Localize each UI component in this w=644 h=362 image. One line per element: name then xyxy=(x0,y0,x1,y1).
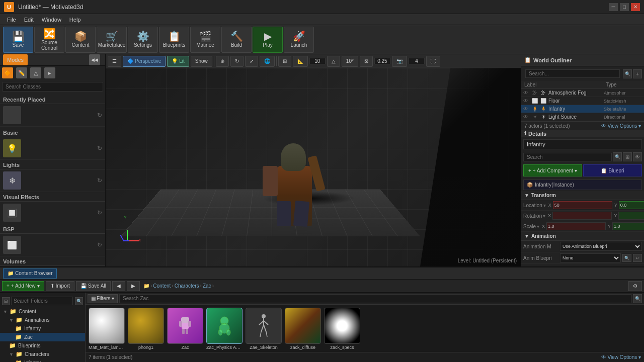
viewport[interactable]: X Y Level: Untitled (Persistent) xyxy=(106,68,521,266)
anim-bp-use-btn[interactable]: ↩ xyxy=(633,254,642,262)
settings-button[interactable]: ⚙️ Settings xyxy=(128,27,158,53)
launch-button[interactable]: 🚀 Launch xyxy=(284,27,314,53)
folder-search-input[interactable] xyxy=(11,297,73,305)
outliner-row-infantry[interactable]: 👁 🧍 🧍 Infantry SkeletalMe xyxy=(521,105,644,113)
folder-search-btn[interactable]: 🔍 xyxy=(75,297,83,305)
search-classes-input[interactable] xyxy=(2,82,103,92)
maximize-viewport-button[interactable]: ⛶ xyxy=(426,56,440,67)
menu-help[interactable]: Help xyxy=(65,16,85,24)
recently-placed-header[interactable]: Recently Placed xyxy=(0,95,105,104)
refresh-icon[interactable]: ↻ xyxy=(97,112,102,119)
folder-chars-infantry[interactable]: 📁 Infantry xyxy=(0,358,85,362)
asset-matt-lambert[interactable]: Matt_Matt_lambert2 xyxy=(89,308,125,350)
lights-header[interactable]: Lights xyxy=(0,160,105,169)
cb-search-input[interactable] xyxy=(119,294,631,303)
cb-settings-button[interactable]: ⚙ xyxy=(628,281,642,291)
rotation-x-input[interactable] xyxy=(552,212,612,220)
minimize-button[interactable]: ─ xyxy=(609,3,618,11)
transform-section-header[interactable]: ▼ Transform xyxy=(521,191,644,200)
outliner-view-options[interactable]: 👁 View Options ▾ xyxy=(601,123,641,129)
placement-item-fx[interactable]: ❄ ↻ xyxy=(0,169,105,192)
outliner-row-light[interactable]: 👁 ☀ ☀ Light Source Directional xyxy=(521,113,644,121)
menu-edit[interactable]: Edit xyxy=(20,16,38,24)
modes-label[interactable]: Modes xyxy=(3,54,28,65)
rotation-dropdown[interactable]: ▾ xyxy=(543,213,545,219)
refresh-icon-3[interactable]: ↻ xyxy=(97,177,102,184)
grid-size-input[interactable] xyxy=(309,58,326,64)
asset-phong[interactable]: phong1 xyxy=(128,308,164,350)
close-button[interactable]: ✕ xyxy=(631,3,640,11)
add-new-button[interactable]: + + Add New ▾ xyxy=(2,281,44,291)
breadcrumb-content[interactable]: Content xyxy=(153,283,171,289)
placement-item-bsp[interactable]: ⬜ ↻ xyxy=(0,234,105,256)
asset-physics[interactable]: Zac_Physics Asset xyxy=(206,308,243,350)
blueprints-button[interactable]: 📋 Blueprints xyxy=(159,27,189,53)
perspective-button[interactable]: 🔷 Perspective xyxy=(123,56,166,67)
vis-icon-infantry[interactable]: 👁 xyxy=(521,106,530,112)
details-search-btn[interactable]: 🔍 xyxy=(613,152,622,161)
placement-icon-place[interactable]: 🔶 xyxy=(2,67,13,78)
refresh-icon-4[interactable]: ↻ xyxy=(97,209,102,216)
scale-y-input[interactable] xyxy=(612,222,644,230)
outliner-add-button[interactable]: + xyxy=(633,69,642,78)
asset-specs[interactable]: zack_specs xyxy=(324,308,360,350)
modes-toggle[interactable]: ◀◀ xyxy=(89,54,100,65)
rotation-y-input[interactable] xyxy=(618,212,644,220)
scale-x-input[interactable] xyxy=(546,222,606,230)
cb-search-btn[interactable]: 🔍 xyxy=(633,294,642,303)
import-button[interactable]: ⬆ Import xyxy=(46,281,74,291)
camera-speed-button[interactable]: 📷 xyxy=(392,56,407,67)
anim-bp-select[interactable]: None xyxy=(560,253,621,262)
viewport-menu-button[interactable]: ☰ xyxy=(108,56,121,67)
location-y-input[interactable] xyxy=(619,201,644,209)
animation-section-header[interactable]: ▼ Animation xyxy=(521,232,644,241)
outliner-search-button[interactable]: 🔍 xyxy=(623,69,632,78)
refresh-icon-2[interactable]: ↻ xyxy=(97,145,102,152)
save-button[interactable]: 💾 Save xyxy=(3,27,33,53)
volumes-header[interactable]: Volumes xyxy=(0,256,105,266)
details-eye-btn[interactable]: 👁 xyxy=(633,152,642,161)
vis-icon-atmos[interactable]: 👁 xyxy=(521,90,530,96)
basic-header[interactable]: Basic xyxy=(0,128,105,137)
world-local-button[interactable]: 🌐 xyxy=(260,56,275,67)
matinee-button[interactable]: 🎬 Matinee xyxy=(190,27,220,53)
grid-button[interactable]: ⊞ xyxy=(278,56,291,67)
maximize-button[interactable]: □ xyxy=(620,3,629,11)
folder-anim-infantry[interactable]: 📁 Infantry xyxy=(0,324,85,333)
placement-item-ve[interactable]: 🔲 ↻ xyxy=(0,202,105,224)
show-button[interactable]: Show xyxy=(191,56,212,67)
source-control-button[interactable]: 🔀 Source Control xyxy=(34,27,64,53)
anim-bp-search-btn[interactable]: 🔍 xyxy=(622,254,631,262)
asset-zac[interactable]: Zac xyxy=(167,308,203,350)
scale-snap-button[interactable]: ⊠ xyxy=(360,56,373,67)
visual-effects-header[interactable]: Visual Effects xyxy=(0,192,105,202)
instance-row[interactable]: 📦 Infantry(Instance) xyxy=(523,179,642,190)
play-button[interactable]: ▶ Play xyxy=(253,27,283,53)
menu-file[interactable]: File xyxy=(3,16,20,24)
vis-icon-light[interactable]: 👁 xyxy=(521,114,530,120)
folder-anim-zac[interactable]: 📁 Zac xyxy=(0,333,85,341)
build-button[interactable]: 🔨 Build xyxy=(221,27,252,53)
angle-snap-button[interactable]: △ xyxy=(327,56,340,67)
vis-icon-floor[interactable]: 👁 xyxy=(521,98,530,104)
filters-button[interactable]: ▦ Filters ▾ xyxy=(88,294,118,303)
scale-dropdown[interactable]: ▾ xyxy=(537,224,539,229)
scale-button[interactable]: ⤢ xyxy=(245,56,258,67)
placement-icon-more[interactable]: ▸ xyxy=(44,67,55,78)
blueprint-button[interactable]: 📋 Bluepri xyxy=(583,164,642,176)
save-all-button[interactable]: 💾 Save All xyxy=(76,281,111,291)
marketplace-button[interactable]: 🛒 Marketplace xyxy=(97,27,127,53)
placement-item-light[interactable]: 💡 ↻ xyxy=(0,137,105,160)
cb-view-options-button[interactable]: 👁 View Options ▾ xyxy=(601,354,641,360)
placement-icon-paint[interactable]: ✏️ xyxy=(16,67,27,78)
anim-mode-select[interactable]: Use Animation Bluepri xyxy=(560,242,642,251)
lit-button[interactable]: 💡 Lit xyxy=(167,56,189,67)
content-button[interactable]: 📦 Content xyxy=(65,27,96,53)
placement-item-sphere[interactable]: ↻ xyxy=(0,104,105,127)
translate-button[interactable]: ⊕ xyxy=(216,56,229,67)
scale-snap-input[interactable] xyxy=(374,58,390,64)
breadcrumb-zac[interactable]: Zac xyxy=(203,283,211,289)
details-search-input[interactable] xyxy=(523,153,612,161)
add-component-button[interactable]: + + Add Component ▾ xyxy=(523,164,582,176)
details-options-btn[interactable]: ⊞ xyxy=(623,152,632,161)
